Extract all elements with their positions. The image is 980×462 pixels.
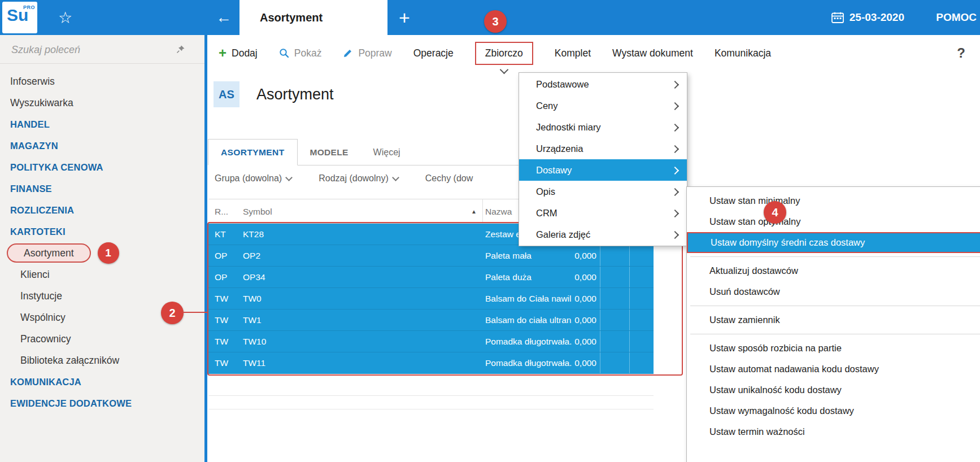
cell-extra xyxy=(630,288,654,309)
tab-asortyment[interactable]: ASORTYMENT xyxy=(208,139,298,165)
chevron-right-icon xyxy=(671,188,679,196)
sidebar-item-handel[interactable]: HANDEL xyxy=(0,114,204,135)
filter-grupa[interactable]: Grupa (dowolna) xyxy=(215,173,291,184)
submenu-item-unikalnosc-kodu[interactable]: Ustaw unikalność kodu dostawy xyxy=(687,380,980,400)
tab-wiecej[interactable]: Więcej xyxy=(361,140,413,165)
cell-qty: 0,000 xyxy=(572,331,600,352)
menu-item-urzadzenia[interactable]: Urządzenia xyxy=(519,138,687,159)
current-date: 25-03-2020 xyxy=(850,11,904,24)
chevron-right-icon xyxy=(671,102,679,110)
sidebar-item-ewidencje[interactable]: EWIDENCJE DODATKOWE xyxy=(0,393,204,414)
command-search xyxy=(0,35,204,64)
menu-item-galeria[interactable]: Galeria zdjęć xyxy=(519,224,687,245)
menu-item-jednostki[interactable]: Jednostki miary xyxy=(519,116,687,138)
header-symbol[interactable]: Symbol ▲ xyxy=(236,199,483,223)
header-symbol-label: Symbol xyxy=(243,207,272,216)
menu-item-crm[interactable]: CRM xyxy=(519,202,687,224)
cell-extra xyxy=(630,245,654,266)
search-input[interactable] xyxy=(10,41,154,59)
menu-item-podstawowe[interactable]: Podstawowe xyxy=(519,73,687,95)
submenu-item-rozbicie-partie[interactable]: Ustaw sposób rozbicia na partie xyxy=(687,338,980,359)
pin-icon[interactable] xyxy=(176,45,185,56)
table-row[interactable]: OP OP34 Paleta duża 0,000 xyxy=(208,267,654,288)
window-tab-asortyment[interactable]: Asortyment xyxy=(239,0,387,35)
sort-ascending-icon: ▲ xyxy=(471,199,477,224)
chevron-down-icon xyxy=(285,174,293,181)
cell-extra xyxy=(600,245,630,266)
module-code-badge: AS xyxy=(214,81,239,107)
operations-label: Operacje xyxy=(413,47,454,59)
add-label: Dodaj xyxy=(232,47,258,59)
date-button[interactable]: 25-03-2020 xyxy=(831,0,904,35)
submenu-item-automat-kodu[interactable]: Ustaw automat nadawania kodu dostawy xyxy=(687,359,980,380)
filter-rodzaj[interactable]: Rodzaj (dowolny) xyxy=(319,173,398,184)
filter-cechy[interactable]: Cechy (dow xyxy=(425,173,473,184)
toolbar: + Dodaj Pokaż Popraw Operacje Zbior xyxy=(207,35,980,71)
menu-item-ceny[interactable]: Ceny xyxy=(519,95,687,116)
sidebar-item-infoserwis[interactable]: Infoserwis xyxy=(0,71,204,92)
filter-bar: Grupa (dowolna) Rodzaj (dowolny) Cechy (… xyxy=(215,166,473,191)
cell-type: OP xyxy=(208,245,236,266)
communication-button[interactable]: Komunikacja xyxy=(715,47,771,59)
zbiorczo-menu: Podstawowe Ceny Jednostki miary Urządzen… xyxy=(519,72,687,246)
sidebar-item-klienci[interactable]: Klienci xyxy=(0,264,204,285)
submenu-item-stan-optymalny[interactable]: Ustaw stan optymalny xyxy=(687,211,980,232)
submenu-item-zamiennik[interactable]: Ustaw zamiennik xyxy=(687,310,980,330)
bundle-button[interactable]: Komplet xyxy=(555,47,591,59)
edit-button[interactable]: Popraw xyxy=(343,47,391,59)
sidebar-item-magazyn[interactable]: MAGAZYN xyxy=(0,135,204,156)
submenu-item-aktualizuj-dostawcow[interactable]: Aktualizuj dostawców xyxy=(687,260,980,281)
header-type[interactable]: R... xyxy=(208,199,236,223)
submenu-item-usun-dostawcow[interactable]: Usuń dostawców xyxy=(687,281,980,302)
chevron-down-icon xyxy=(392,174,399,181)
cell-qty: 0,000 xyxy=(572,245,600,266)
submenu-item-wymagalnosc-kodu[interactable]: Ustaw wymagalność kodu dostawy xyxy=(687,400,980,421)
logo-edition: PRO xyxy=(23,5,35,10)
add-button[interactable]: + Dodaj xyxy=(219,47,258,59)
show-button[interactable]: Pokaż xyxy=(279,47,322,59)
sidebar: Infoserwis Wyszukiwarka HANDEL MAGAZYN P… xyxy=(0,35,204,462)
table-row[interactable]: TW TW11 Pomadka długotrwała... 0,000 xyxy=(208,352,654,374)
issue-document-label: Wystaw dokument xyxy=(612,47,693,59)
toolbar-help-button[interactable]: ? xyxy=(957,35,965,71)
sidebar-item-komunikacja[interactable]: KOMUNIKACJA xyxy=(0,371,204,393)
pencil-icon xyxy=(343,48,353,58)
cell-type: KT xyxy=(208,224,236,245)
bulk-label: Zbiorczo xyxy=(485,47,523,59)
submenu-item-sredni-czas-dostawy[interactable]: Ustaw domyślny średni czas dostawy xyxy=(687,232,980,253)
sidebar-item-pracownicy[interactable]: Pracownicy xyxy=(0,328,204,350)
bulk-button[interactable]: Zbiorczo xyxy=(475,42,533,65)
app-logo[interactable]: Su PRO xyxy=(2,2,37,33)
sidebar-item-kartoteki[interactable]: KARTOTEKI xyxy=(0,221,204,242)
table-row[interactable]: TW TW10 Pomadka długotrwała... 0,000 xyxy=(208,331,654,352)
menu-item-dostawy[interactable]: Dostawy xyxy=(519,159,687,181)
help-menu[interactable]: POMOC xyxy=(936,0,977,35)
table-row[interactable]: TW TW1 Balsam do ciała ultran... 0,000 xyxy=(208,310,654,331)
submenu-item-termin-waznosci[interactable]: Ustaw termin ważności xyxy=(687,421,980,442)
new-tab-button[interactable]: + xyxy=(399,0,410,35)
cell-extra xyxy=(630,310,654,330)
search-icon xyxy=(279,48,289,58)
submenu-item-stan-minimalny[interactable]: Ustaw stan minimalny xyxy=(687,190,980,211)
asortyment-highlight: Asortyment xyxy=(7,243,91,263)
sidebar-item-wyszukiwarka[interactable]: Wyszukiwarka xyxy=(0,92,204,114)
table-row[interactable]: TW TW0 Balsam do Ciała nawil... 0,000 xyxy=(208,288,654,310)
tab-modele[interactable]: MODELE xyxy=(298,140,361,165)
sidebar-item-rozliczenia[interactable]: ROZLICZENIA xyxy=(0,199,204,221)
sidebar-item-finanse[interactable]: FINANSE xyxy=(0,178,204,199)
sidebar-item-biblioteka[interactable]: Biblioteka załączników xyxy=(0,350,204,371)
cell-extra xyxy=(630,331,654,352)
menu-item-opis[interactable]: Opis xyxy=(519,181,687,202)
menu-item-label: Ceny xyxy=(536,101,558,111)
sidebar-item-polityka-cenowa[interactable]: POLITYKA CENOWA xyxy=(0,156,204,178)
favorites-star-icon[interactable]: ☆ xyxy=(58,0,72,35)
menu-item-label: Podstawowe xyxy=(536,79,589,89)
table-row[interactable]: OP OP2 Paleta mała 0,000 xyxy=(208,245,654,267)
chevron-down-icon xyxy=(500,65,509,74)
callout-3: 3 xyxy=(484,10,507,33)
operations-button[interactable]: Operacje xyxy=(413,47,454,59)
back-arrow-icon[interactable]: ← xyxy=(216,0,232,35)
sidebar-item-asortyment[interactable]: Asortyment 1 xyxy=(0,242,204,264)
cell-name: Pomadka długotrwała... xyxy=(483,352,572,373)
issue-document-button[interactable]: Wystaw dokument xyxy=(612,47,693,59)
